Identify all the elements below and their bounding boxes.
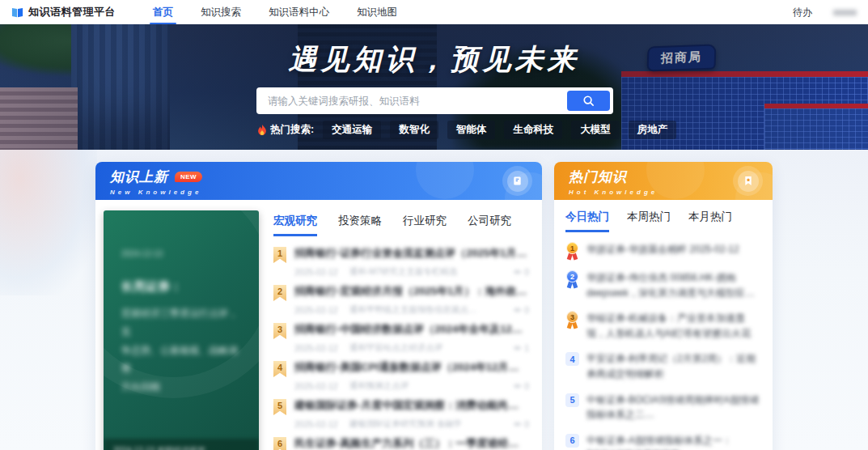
report-source: 建银国际证券研究预测 金融学 xyxy=(349,418,503,430)
cover-line: 方向回顾 xyxy=(121,378,244,397)
report-title[interactable]: 民生证券-高频生产力系列（三）：一季度谁经济的"科技窗"：202… xyxy=(294,436,529,450)
report-title[interactable]: 华源证券-伟仕佳杰 00856.HK-拥抱deepseek，深化算力调度与大模型… xyxy=(586,270,760,300)
topbar-right: 待办 ●●●● xyxy=(793,6,857,19)
tab-hot-week[interactable]: 本周热门 xyxy=(627,210,671,232)
search-bar xyxy=(256,87,613,114)
silver-medal-icon: 2 xyxy=(565,270,579,288)
eye-icon xyxy=(513,383,522,389)
hot-tag-large-model[interactable]: 大模型 xyxy=(571,121,620,139)
hot-tag-agent[interactable]: 智能体 xyxy=(447,121,496,139)
rank-number: 5 xyxy=(565,393,579,407)
hot-tag-life-science[interactable]: 生命科技 xyxy=(504,121,562,139)
report-title[interactable]: 招商银行-中国经济数据点评（2024年全年及12月）：如期达标 xyxy=(294,322,529,337)
view-count: 1 xyxy=(513,343,529,353)
list-item[interactable]: 2 华源证券-伟仕佳杰 00856.HK-拥抱deepseek，深化算力调度与大… xyxy=(565,270,760,300)
report-title[interactable]: 建银国际证券-月度中国宏观洞察：消费动能尚可，本轮出现起稳… xyxy=(294,398,529,413)
list-item[interactable]: 1 华源证券-华源晨会精粹 2025-02-12 xyxy=(565,242,760,260)
tab-industry-research[interactable]: 行业研究 xyxy=(403,214,447,236)
search-button[interactable] xyxy=(567,91,610,111)
report-date: 2025-02-12 xyxy=(294,419,338,429)
hot-knowledge-card: 热门知识 Hot Knowledge 今日热门 本周热门 本月热门 1 华源证券… xyxy=(554,162,773,450)
eye-icon xyxy=(513,345,522,351)
report-date: 2025-02-12 xyxy=(294,381,338,391)
report-title[interactable]: 中银证券-A股情绪指标体系之一：BOCIAS情绪周期指数 xyxy=(586,433,760,450)
rank-bookmark-badge: 4 xyxy=(273,361,286,377)
report-title[interactable]: 华福证券-机械设备：产业资本加速显现，人形机器人与AI灯塔有望擦出火花 xyxy=(586,311,760,341)
hot-tabs: 今日热门 本周热门 本月热门 xyxy=(554,200,773,232)
cover-line: 争态势、公募规模、战略调整 xyxy=(121,342,244,379)
app-logo[interactable]: 知识语料管理平台 xyxy=(11,5,116,19)
hot-tag-digitalization[interactable]: 数智化 xyxy=(390,121,438,139)
document-icon-circle xyxy=(502,166,532,196)
cover-date: 2024-12-13 xyxy=(121,249,244,258)
nav-item-home[interactable]: 首页 xyxy=(153,0,173,24)
view-count: 0 xyxy=(513,381,529,391)
main-nav: 首页 知识搜索 知识语料中心 知识地图 xyxy=(153,0,397,24)
bookmark-star-icon xyxy=(743,176,753,186)
cover-title: 长亮证券： xyxy=(121,279,244,295)
tab-company-research[interactable]: 公司研究 xyxy=(468,214,511,236)
report-title[interactable]: 平安证券-利率周记（2月第2周）：近期券商成交明细解析 xyxy=(586,351,760,381)
list-item[interactable]: 4 招商银行-美国CPI通胀数据点评（2024年12月）：商品暴涨消息… 202… xyxy=(273,360,529,392)
hot-tag-transport[interactable]: 交通运输 xyxy=(323,121,381,139)
tab-hot-today[interactable]: 今日热门 xyxy=(565,210,609,232)
list-item[interactable]: 3 华福证券-机械设备：产业资本加速显现，人形机器人与AI灯塔有望擦出火花 xyxy=(565,311,760,341)
report-source: 通和预测之点评 xyxy=(349,380,503,392)
user-menu[interactable]: ●●●● xyxy=(833,6,857,18)
top-bar: 知识语料管理平台 首页 知识搜索 知识语料中心 知识地图 待办 ●●●● xyxy=(0,0,868,24)
report-title[interactable]: 招商银行-美国CPI通胀数据点评（2024年12月）：商品暴涨消息… xyxy=(294,360,529,375)
book-logo-icon xyxy=(11,6,23,19)
report-source: 通和-M7研究之主题专栏精选 xyxy=(349,266,503,278)
hot-search-label: 热门搜索: xyxy=(257,123,314,137)
document-icon xyxy=(512,176,523,186)
report-cover[interactable]: 2024-12-13 长亮证券： 宏观经济三季度运行点评，竞 争态势、公募规模、… xyxy=(104,210,259,450)
magnifier-icon xyxy=(582,95,595,107)
tab-hot-month[interactable]: 本月热门 xyxy=(688,210,732,232)
rank-bookmark-badge: 2 xyxy=(273,285,286,301)
banner-title: 遇见知识，预见未来 xyxy=(0,40,868,79)
report-title[interactable]: 中银证券-BOCIAS情绪周期择时A股情绪指标体系之二… xyxy=(586,393,760,422)
report-title[interactable]: 招商银行-宏观经济月报（2025年1月）：海外政策走向分化，中… xyxy=(294,284,529,299)
hot-tag-real-estate[interactable]: 房地产 xyxy=(629,121,677,139)
list-item[interactable]: 1 招商银行-证券行业资金流监测点评（2025年1月）：稳步恢复 2025-02… xyxy=(273,246,529,278)
bronze-medal-icon: 3 xyxy=(565,311,579,329)
new-knowledge-list: 1 招商银行-证券行业资金流监测点评（2025年1月）：稳步恢复 2025-02… xyxy=(273,246,529,450)
view-count: 0 xyxy=(513,267,529,277)
rank-number: 4 xyxy=(565,352,579,366)
search-input[interactable] xyxy=(256,87,613,114)
list-item[interactable]: 6 中银证券-A股情绪指标体系之一：BOCIAS情绪周期指数 xyxy=(565,433,760,450)
list-item[interactable]: 5 建银国际证券-月度中国宏观洞察：消费动能尚可，本轮出现起稳… 2025-02… xyxy=(273,398,529,430)
view-count: 0 xyxy=(513,305,529,315)
view-count: 0 xyxy=(513,419,529,429)
new-badge: NEW xyxy=(175,172,202,182)
list-item[interactable]: 5 中银证券-BOCIAS情绪周期择时A股情绪指标体系之二… xyxy=(565,393,760,422)
tab-macro-research[interactable]: 宏观研究 xyxy=(273,214,317,236)
eye-icon xyxy=(513,307,522,313)
report-title[interactable]: 招商银行-证券行业资金流监测点评（2025年1月）：稳步恢复 xyxy=(294,246,529,261)
hot-knowledge-list: 1 华源证券-华源晨会精粹 2025-02-12 2 华源证券-伟仕佳杰 008… xyxy=(554,232,773,450)
nav-item-knowledge-map[interactable]: 知识地图 xyxy=(357,0,397,24)
tab-investment-strategy[interactable]: 投资策略 xyxy=(338,214,382,236)
list-item[interactable]: 6 民生证券-高频生产力系列（三）：一季度谁经济的"科技窗"：202… 2025… xyxy=(273,436,529,450)
rank-number: 6 xyxy=(565,434,579,448)
hero-banner: 招商局 遇见知识，预见未来 热门搜索: 交通运输 数智化 智能体 生命科技 xyxy=(0,24,868,150)
todo-link[interactable]: 待办 xyxy=(793,6,812,19)
nav-item-corpus-center[interactable]: 知识语料中心 xyxy=(269,0,329,24)
app-title: 知识语料管理平台 xyxy=(28,5,116,19)
list-item[interactable]: 2 招商银行-宏观经济月报（2025年1月）：海外政策走向分化，中… 2025-… xyxy=(273,284,529,316)
bookmark-icon-circle xyxy=(733,166,763,196)
new-knowledge-header: 知识上新 NEW New Knowledge xyxy=(95,162,542,200)
new-knowledge-subtitle: New Knowledge xyxy=(110,189,542,196)
report-title[interactable]: 华源证券-华源晨会精粹 2025-02-12 xyxy=(586,242,739,260)
rank-bookmark-badge: 5 xyxy=(273,399,286,415)
rank-bookmark-badge: 3 xyxy=(273,323,286,339)
list-item[interactable]: 4 平安证券-利率周记（2月第2周）：近期券商成交明细解析 xyxy=(565,351,760,381)
gold-medal-icon: 1 xyxy=(565,242,579,260)
page: 知识语料管理平台 首页 知识搜索 知识语料中心 知识地图 待办 ●●●● 招商局… xyxy=(0,0,868,450)
new-knowledge-body: 2024-12-13 长亮证券： 宏观经济三季度运行点评，竞 争态势、公募规模、… xyxy=(95,200,542,450)
list-item[interactable]: 3 招商银行-中国经济数据点评（2024年全年及12月）：如期达标 2025-0… xyxy=(273,322,529,354)
report-date: 2025-02-12 xyxy=(294,305,338,315)
new-knowledge-title: 知识上新 xyxy=(110,168,168,186)
nav-item-knowledge-search[interactable]: 知识搜索 xyxy=(201,0,241,24)
hot-knowledge-title: 热门知识 xyxy=(569,168,627,186)
